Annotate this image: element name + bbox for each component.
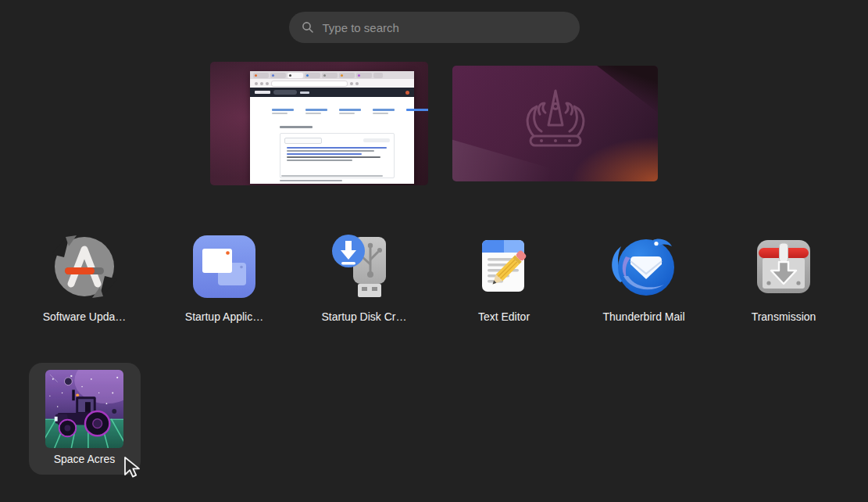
browser-nav-bar (250, 79, 414, 88)
app-startup-disk-creator[interactable]: Startup Disk Cr… (295, 229, 434, 323)
search-input[interactable]: Type to search (289, 12, 580, 43)
app-space-acres[interactable]: Space Acres (29, 363, 141, 475)
app-grid: Software Upda… (15, 229, 854, 475)
workspace-thumbnail-2[interactable] (452, 66, 658, 181)
app-label: Text Editor (478, 310, 530, 323)
app-software-updater[interactable]: Software Upda… (15, 229, 155, 323)
app-grid-row-2: Space Acres (15, 363, 854, 475)
app-text-editor[interactable]: Text Editor (434, 229, 574, 323)
browser-window-thumbnail (250, 71, 414, 184)
browser-tab-bar (250, 71, 414, 79)
app-startup-applications[interactable]: Startup Applic… (155, 229, 295, 323)
site-header (250, 88, 414, 97)
search-placeholder: Type to search (323, 21, 399, 34)
search-icon (302, 21, 314, 34)
ubuntu-crown-icon (509, 84, 602, 160)
app-grid-row-1: Software Upda… (15, 229, 854, 323)
workspace-switcher (0, 62, 868, 185)
site-content (250, 97, 414, 184)
thunderbird-mail-icon (606, 229, 681, 304)
space-acres-icon (45, 370, 123, 448)
app-thunderbird-mail[interactable]: Thunderbird Mail (574, 229, 714, 323)
startup-applications-icon (187, 229, 262, 304)
app-label: Startup Applic… (185, 310, 263, 323)
app-transmission[interactable]: Transmission (714, 229, 854, 323)
software-updater-icon (47, 229, 122, 304)
startup-disk-creator-icon (327, 229, 402, 304)
app-label: Space Acres (54, 453, 116, 465)
app-label: Startup Disk Cr… (322, 310, 407, 323)
workspace-thumbnail-1[interactable] (210, 62, 428, 185)
search-row: Type to search (0, 12, 868, 43)
text-editor-icon (466, 229, 541, 304)
transmission-icon (746, 229, 821, 304)
app-label: Thunderbird Mail (602, 310, 684, 323)
app-label: Transmission (752, 310, 816, 323)
app-label: Software Upda… (43, 310, 127, 323)
